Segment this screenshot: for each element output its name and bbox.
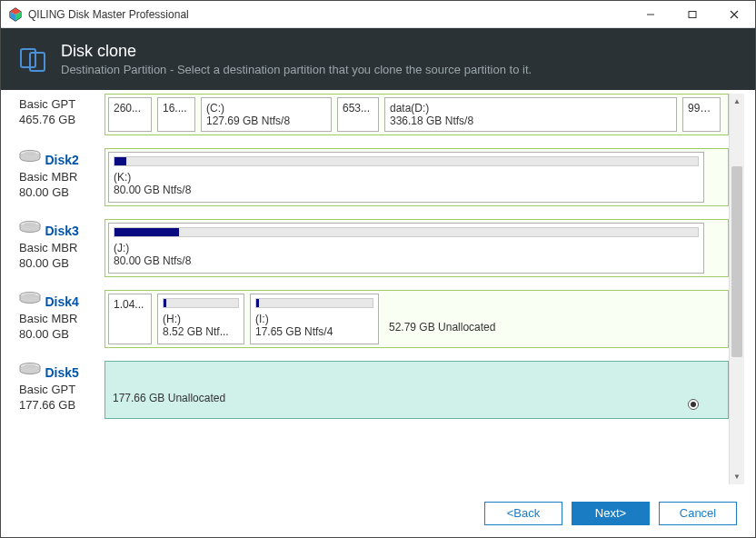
- partition-info: 336.18 GB Ntfs/8: [390, 115, 671, 127]
- disk-type: Basic MBR: [19, 312, 104, 327]
- partition[interactable]: (K:)80.00 GB Ntfs/8: [108, 152, 704, 203]
- disk-name: Disk5: [45, 365, 78, 380]
- svg-point-15: [24, 294, 36, 297]
- partition[interactable]: 995...: [682, 97, 721, 132]
- selection-radio[interactable]: [688, 399, 699, 410]
- disk-type: Basic GPT: [19, 383, 104, 398]
- partition[interactable]: 1.04...: [108, 294, 152, 344]
- partition-letter: data(D:): [390, 102, 671, 115]
- app-logo-icon: [8, 7, 23, 22]
- partition[interactable]: data(D:)336.18 GB Ntfs/8: [384, 97, 677, 132]
- svg-point-11: [24, 152, 36, 155]
- disk-name: Disk4: [45, 294, 78, 309]
- minimize-button[interactable]: [630, 1, 671, 27]
- disk-block: Disk4Basic MBR80.00 GB1.04...(H:)8.52 GB…: [19, 290, 729, 348]
- disk-block: Disk2Basic MBR80.00 GB(K:)80.00 GB Ntfs/…: [19, 148, 729, 206]
- window-controls: [630, 1, 755, 27]
- disk-block: Basic GPT465.76 GB260...16....(C:)127.69…: [19, 94, 729, 135]
- app-window: QILING Disk Master Professional Disk clo…: [0, 0, 756, 538]
- cancel-button[interactable]: Cancel: [659, 502, 737, 525]
- vertical-scrollbar[interactable]: ▲ ▼: [729, 94, 744, 484]
- partition-info: 995...: [688, 102, 715, 115]
- partition-row[interactable]: 260...16....(C:)127.69 GB Ntfs/8653...da…: [104, 94, 729, 135]
- page-subtitle: Destination Partition - Select a destina…: [61, 63, 532, 76]
- disk-clone-icon: [19, 45, 46, 73]
- partition[interactable]: 653...: [337, 97, 379, 132]
- disk-name: Disk3: [45, 224, 78, 238]
- partition-info: 17.65 GB Ntfs/4: [255, 325, 373, 338]
- partition-letter: (K:): [114, 171, 699, 184]
- partition-row[interactable]: (J:)80.00 GB Ntfs/8: [104, 219, 729, 277]
- partition-info: 127.69 GB Ntfs/8: [206, 115, 326, 127]
- partition-letter: (H:): [163, 313, 239, 325]
- titlebar: QILING Disk Master Professional: [1, 1, 755, 28]
- disk-name: Disk2: [45, 153, 78, 167]
- partition[interactable]: (H:)8.52 GB Ntf...: [157, 294, 244, 344]
- partition-letter: (J:): [114, 242, 699, 254]
- svg-rect-5: [689, 11, 696, 17]
- partition-info: 653...: [343, 102, 373, 115]
- partition[interactable]: (J:)80.00 GB Ntfs/8: [108, 223, 704, 274]
- disk-block: Disk3Basic MBR80.00 GB(J:)80.00 GB Ntfs/…: [19, 219, 729, 277]
- app-title: QILING Disk Master Professional: [28, 8, 630, 21]
- disk-info: Disk5Basic GPT177.66 GB: [19, 361, 104, 419]
- back-button[interactable]: <Back: [484, 502, 562, 525]
- disk-size: 177.66 GB: [19, 398, 104, 413]
- disk-info: Disk2Basic MBR80.00 GB: [19, 148, 104, 206]
- partition-info: 80.00 GB Ntfs/8: [114, 254, 699, 267]
- partition-info: 16....: [163, 102, 190, 115]
- partition-info: 52.79 GB Unallocated: [389, 304, 694, 334]
- disk-list: Basic GPT465.76 GB260...16....(C:)127.69…: [19, 94, 729, 484]
- partition-letter: (I:): [255, 313, 373, 325]
- disk-info: Basic GPT465.76 GB: [19, 94, 104, 135]
- partition[interactable]: 16....: [157, 97, 195, 132]
- disk-size: 80.00 GB: [19, 256, 104, 272]
- scroll-up-icon[interactable]: ▲: [730, 94, 744, 109]
- page-title: Disk clone: [61, 42, 532, 61]
- partition-row[interactable]: 177.66 GB Unallocated: [104, 361, 729, 419]
- svg-point-17: [24, 364, 36, 368]
- disk-info: Disk3Basic MBR80.00 GB: [19, 219, 104, 277]
- disk-block: Disk5Basic GPT177.66 GB177.66 GB Unalloc…: [19, 361, 729, 419]
- disk-size: 80.00 GB: [19, 327, 104, 343]
- partition-info: 8.52 GB Ntf...: [163, 325, 239, 338]
- partition-row[interactable]: 1.04...(H:)8.52 GB Ntf...(I:)17.65 GB Nt…: [104, 290, 729, 348]
- partition-info: 80.00 GB Ntfs/8: [114, 184, 699, 196]
- disk-size: 465.76 GB: [19, 113, 104, 128]
- disk-type: Basic GPT: [19, 97, 104, 113]
- partition-row[interactable]: (K:)80.00 GB Ntfs/8: [104, 148, 729, 206]
- partition[interactable]: 260...: [108, 97, 152, 132]
- partition-letter: (C:): [206, 102, 326, 115]
- scroll-thumb[interactable]: [731, 166, 742, 357]
- scroll-down-icon[interactable]: ▼: [730, 469, 744, 484]
- content-area: Basic GPT465.76 GB260...16....(C:)127.69…: [1, 90, 755, 488]
- maximize-button[interactable]: [671, 1, 713, 27]
- partition[interactable]: (C:)127.69 GB Ntfs/8: [201, 97, 332, 132]
- partition[interactable]: (I:)17.65 GB Ntfs/4: [250, 294, 379, 344]
- disk-size: 80.00 GB: [19, 185, 104, 201]
- unallocated-space[interactable]: 177.66 GB Unallocated: [108, 364, 704, 415]
- disk-type: Basic MBR: [19, 170, 104, 185]
- partition-info: 260...: [114, 102, 146, 115]
- wizard-footer: <Back Next> Cancel: [1, 488, 755, 537]
- disk-type: Basic MBR: [19, 241, 104, 256]
- unallocated-space[interactable]: 52.79 GB Unallocated: [384, 294, 699, 344]
- page-header: Disk clone Destination Partition - Selec…: [1, 28, 755, 90]
- disk-info: Disk4Basic MBR80.00 GB: [19, 290, 104, 348]
- partition-info: 177.66 GB Unallocated: [113, 375, 700, 404]
- next-button[interactable]: Next>: [572, 502, 650, 525]
- close-button[interactable]: [713, 1, 755, 27]
- svg-point-13: [24, 223, 36, 226]
- partition-info: 1.04...: [114, 298, 146, 311]
